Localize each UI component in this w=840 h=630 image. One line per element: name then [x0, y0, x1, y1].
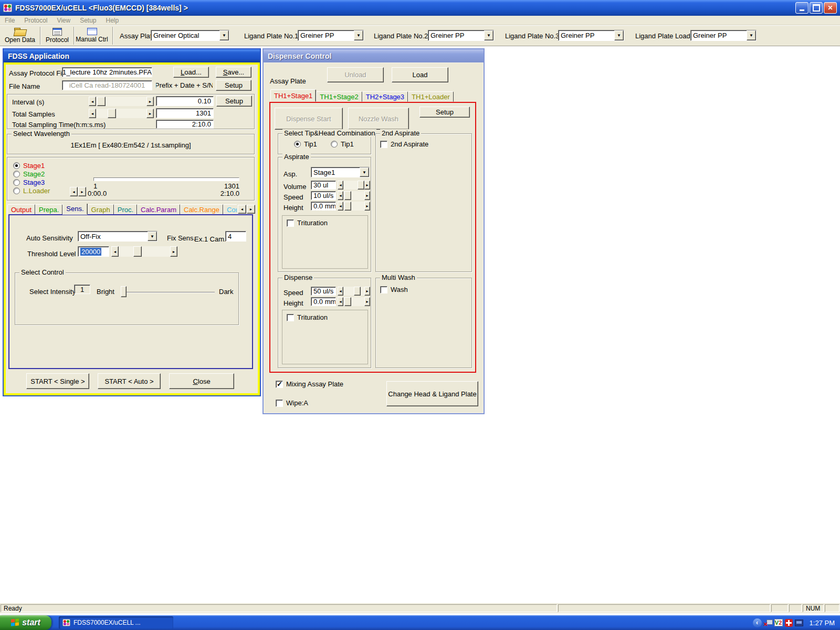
scroll-right-icon[interactable]: ► — [170, 246, 177, 257]
stage2-radio[interactable]: Stage2 — [13, 170, 45, 178]
dispense-trituration-checkbox[interactable]: Trituration — [287, 313, 328, 321]
menu-protocol[interactable]: Protocol — [19, 16, 52, 25]
scroll-left-icon[interactable]: ◄ — [338, 297, 343, 306]
dropdown-arrow-icon[interactable]: ▼ — [148, 232, 157, 241]
display-device-icon[interactable] — [795, 620, 803, 626]
dropdown-arrow-icon[interactable]: ▼ — [614, 30, 624, 40]
start-single-button[interactable]: START < Single > — [26, 373, 89, 389]
dispense-start-button[interactable]: Dispense Start — [275, 108, 343, 130]
tab-prepa[interactable]: Prepa. — [35, 204, 62, 215]
asp-select[interactable]: Stage1 ▼ — [311, 167, 370, 177]
close-button[interactable]: ✕ — [824, 2, 837, 14]
scroll-right-icon[interactable]: ► — [146, 109, 154, 118]
tip1-radio[interactable]: Tip1 — [294, 140, 317, 148]
save-button[interactable]: Save... — [216, 67, 251, 78]
threshold-level-field[interactable]: 20000 — [78, 246, 109, 257]
start-button[interactable]: start — [0, 615, 51, 630]
scroll-right-icon[interactable]: ► — [146, 97, 154, 106]
tab-proc[interactable]: Proc. — [114, 204, 137, 215]
nozzle-wash-button[interactable]: Nozzle Wash — [348, 108, 409, 130]
dropdown-arrow-icon[interactable]: ▼ — [747, 30, 756, 40]
scroll-right-icon[interactable]: ► — [364, 181, 370, 190]
ligand-plate-1-select[interactable]: Greiner PP ▼ — [298, 30, 364, 41]
total-samples-field[interactable]: 1301 — [156, 108, 214, 118]
radio-icon[interactable] — [13, 179, 20, 186]
wipe-a-checkbox[interactable]: Wipe:A — [276, 399, 308, 407]
scroll-left-icon[interactable]: ◄ — [111, 246, 119, 257]
scroll-left-icon[interactable]: ◄ — [338, 202, 343, 211]
interval-setup-button[interactable]: Setup — [216, 96, 252, 107]
dispense-height-field[interactable]: 0.0 mm — [311, 297, 336, 306]
aspirate-height-field[interactable]: 0.0 mm — [311, 202, 336, 211]
assay-plate-select[interactable]: Greiner Optical ▼ — [151, 30, 229, 41]
checkbox-icon[interactable] — [287, 219, 294, 227]
antivirus-shield-icon[interactable] — [785, 619, 793, 627]
tab-th1-stage2[interactable]: TH1+Stage2 — [316, 91, 362, 102]
checkbox-icon[interactable] — [276, 400, 283, 407]
change-head-ligand-plate-button[interactable]: Change Head & Ligand Plate — [386, 381, 478, 406]
radio-icon[interactable] — [294, 141, 301, 148]
tab-th2-stage3[interactable]: TH2+Stage3 — [362, 91, 408, 102]
interval-field[interactable]: 0.10 — [156, 96, 214, 106]
prefix-date-sn-button[interactable]: Prefix + Date + S/N — [155, 80, 213, 90]
wash-checkbox[interactable]: Wash — [380, 286, 408, 293]
scroll-right-icon[interactable]: ► — [364, 191, 370, 200]
aspirate-speed-field[interactable]: 10 ul/s — [311, 191, 336, 200]
tab-scroll-left-button[interactable]: ◄ — [238, 205, 246, 214]
scroll-left-icon[interactable]: ◄ — [338, 287, 343, 296]
tab-output[interactable]: Output — [7, 204, 35, 215]
total-samples-scrollbar[interactable]: ◄ ► — [89, 109, 154, 118]
dispenser-window-titlebar[interactable]: Dispenser Control — [264, 49, 484, 62]
second-aspirate-checkbox[interactable]: 2nd Aspirate — [380, 140, 428, 148]
intensity-slider-thumb[interactable] — [121, 286, 127, 297]
tab-th1-stage1[interactable]: TH1+Stage1 — [270, 89, 316, 102]
volume-scrollbar[interactable]: ◄ ► — [338, 181, 370, 190]
tab-graph[interactable]: Graph — [88, 204, 114, 215]
interval-scrollbar[interactable]: ◄ ► — [89, 97, 154, 106]
dispense-speed-scroll-thumb[interactable] — [354, 287, 361, 296]
tab-corr[interactable]: Corr. — [223, 204, 237, 215]
scroll-right-icon[interactable]: ► — [364, 297, 370, 306]
hide-icons-chevron-icon[interactable]: ‹ — [753, 618, 762, 627]
menu-setup[interactable]: Setup — [75, 16, 101, 25]
dropdown-arrow-icon[interactable]: ▼ — [360, 167, 369, 177]
scroll-left-icon[interactable]: ◄ — [89, 97, 96, 106]
tab-th1-loader[interactable]: TH1+Loader — [408, 91, 454, 102]
sample-step-forward-button[interactable]: ► — [78, 187, 86, 196]
sample-range-track[interactable] — [93, 177, 239, 181]
sample-step-back-button[interactable]: ◄ — [70, 187, 78, 196]
fdss-window-titlebar[interactable]: FDSS Application — [4, 49, 260, 62]
aspirate-speed-scroll-thumb[interactable] — [344, 191, 351, 200]
ligand-plate-3-select[interactable]: Greiner PP ▼ — [558, 30, 624, 41]
menu-view[interactable]: View — [52, 16, 75, 25]
volume-field[interactable]: 30 ul — [311, 181, 336, 190]
tab-sens[interactable]: Sens. — [62, 204, 87, 215]
unload-button[interactable]: Unload — [327, 67, 384, 82]
scroll-right-icon[interactable]: ► — [364, 287, 370, 296]
ligand-plate-2-select[interactable]: Greiner PP ▼ — [428, 30, 494, 41]
maximize-button[interactable] — [810, 2, 823, 14]
tab-calc-range[interactable]: Calc.Range — [180, 204, 223, 215]
scroll-left-icon[interactable]: ◄ — [338, 181, 343, 190]
tab-scroll-right-button[interactable]: ► — [247, 205, 255, 214]
dispense-height-scroll-thumb[interactable] — [344, 297, 351, 306]
scroll-left-icon[interactable]: ◄ — [89, 109, 96, 118]
threshold-scrollbar[interactable]: ◄ ► — [111, 246, 177, 257]
close-dialog-button[interactable]: Close — [169, 373, 234, 389]
checkbox-icon[interactable] — [287, 314, 294, 321]
stage1-radio[interactable]: Stage1 — [13, 162, 45, 170]
radio-icon[interactable] — [13, 187, 20, 194]
menu-file[interactable]: File — [0, 16, 19, 25]
minimize-button[interactable] — [795, 2, 808, 14]
network-offline-icon[interactable] — [764, 619, 772, 626]
radio-icon[interactable] — [331, 141, 338, 148]
start-auto-button[interactable]: START < Auto > — [98, 373, 161, 389]
file-name-field[interactable]: iCell Ca read-180724001 — [62, 80, 152, 90]
volume-scroll-thumb[interactable] — [358, 181, 364, 190]
file-name-setup-button[interactable]: Setup — [216, 80, 251, 91]
radio-icon[interactable] — [13, 162, 20, 169]
tip2-radio[interactable]: Tip1 — [331, 140, 354, 148]
v2-agent-icon[interactable]: V2 — [774, 619, 783, 626]
intensity-slider-track[interactable] — [122, 292, 215, 293]
ex1-cam-field[interactable]: 4 — [225, 231, 246, 242]
